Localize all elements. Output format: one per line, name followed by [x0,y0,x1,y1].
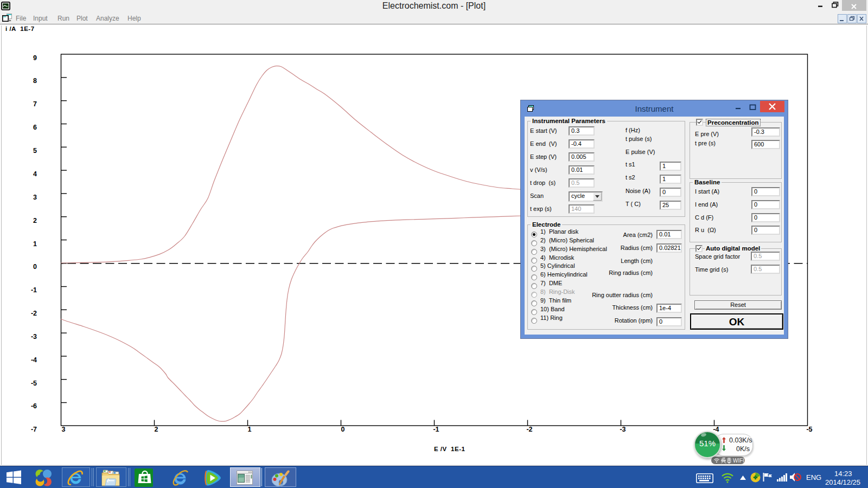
svg-text:i /A 1E-7: i /A 1E-7 [5,25,35,32]
svg-text:2: 2 [155,426,158,433]
svg-text:-2: -2 [526,426,532,433]
svg-text:3: 3 [33,194,37,201]
svg-text:3: 3 [62,426,66,433]
svg-text:-1: -1 [433,426,439,433]
svg-text:7: 7 [33,100,37,108]
svg-text:-6: -6 [31,402,37,410]
svg-text:-7: -7 [31,426,37,433]
svg-text:-3: -3 [31,333,37,341]
svg-text:4: 4 [33,170,37,178]
svg-text:1: 1 [248,426,252,433]
svg-text:-2: -2 [31,310,37,317]
svg-text:2: 2 [33,217,37,224]
svg-text:1: 1 [33,240,37,248]
svg-text:-4: -4 [31,356,37,364]
svg-text:5: 5 [33,147,37,155]
svg-text:9: 9 [33,54,37,62]
svg-text:8: 8 [33,77,37,85]
svg-text:6: 6 [33,124,37,131]
svg-text:E /V 1E-1: E /V 1E-1 [434,446,465,452]
svg-text:0: 0 [341,426,345,433]
svg-text:-1: -1 [31,286,37,294]
svg-text:-3: -3 [620,426,626,433]
svg-text:-5: -5 [31,380,37,387]
svg-text:0: 0 [33,263,37,271]
svg-text:-5: -5 [806,426,812,433]
